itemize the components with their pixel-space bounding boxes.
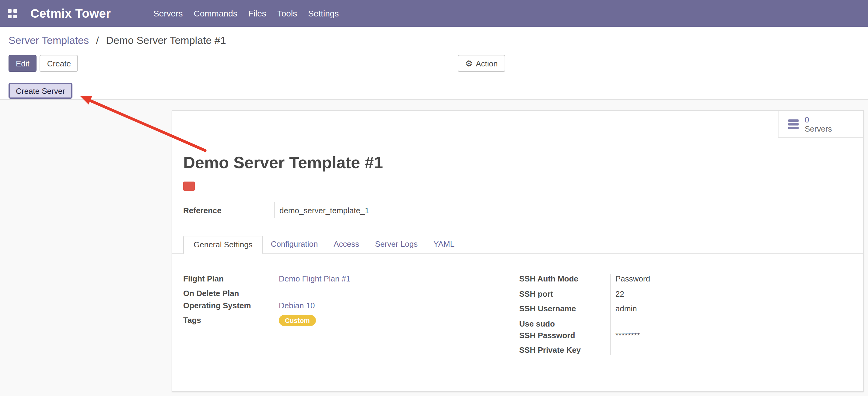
menu-settings[interactable]: Settings bbox=[303, 8, 344, 18]
ssh-username-value: admin bbox=[610, 304, 637, 313]
field-flight-plan: Flight Plan Demo Flight Plan #1 bbox=[183, 274, 445, 289]
gear-icon: ⚙ bbox=[465, 59, 473, 67]
reference-value: demo_server_template_1 bbox=[279, 206, 369, 215]
record-title: Demo Server Template #1 bbox=[183, 153, 383, 172]
field-group-left: Flight Plan Demo Flight Plan #1 On Delet… bbox=[183, 274, 445, 330]
breadcrumb: Server Templates / Demo Server Template … bbox=[8, 35, 226, 47]
form-sheet: 0 Servers Demo Server Template #1 Refere… bbox=[172, 110, 864, 392]
operating-system-value-link[interactable]: Debian 10 bbox=[279, 301, 315, 310]
template-color-swatch[interactable] bbox=[183, 181, 195, 191]
field-ssh-private-key: SSH Private Key bbox=[519, 345, 775, 360]
screen: Cetmix Tower Servers Commands Files Tool… bbox=[0, 0, 868, 396]
stat-text: 0 Servers bbox=[805, 115, 832, 133]
field-on-delete-plan: On Delete Plan bbox=[183, 289, 445, 301]
menu-tools[interactable]: Tools bbox=[272, 8, 303, 18]
tab-server-logs[interactable]: Server Logs bbox=[367, 235, 426, 253]
ssh-password-label: SSH Password bbox=[519, 331, 610, 340]
create-server-button[interactable]: Create Server bbox=[8, 83, 72, 99]
ssh-username-label: SSH Username bbox=[519, 304, 610, 313]
apps-grid-icon[interactable] bbox=[8, 9, 17, 18]
notebook-tabs: General Settings Configuration Access Se… bbox=[172, 236, 863, 254]
main-menu: Servers Commands Files Tools Settings bbox=[148, 0, 344, 27]
field-ssh-username: SSH Username admin bbox=[519, 304, 775, 319]
field-operating-system: Operating System Debian 10 bbox=[183, 301, 445, 316]
field-ssh-auth-mode: SSH Auth Mode Password bbox=[519, 274, 775, 289]
breadcrumb-link-server-templates[interactable]: Server Templates bbox=[8, 35, 89, 46]
content-area: 0 Servers Demo Server Template #1 Refere… bbox=[0, 99, 868, 396]
servers-count: 0 bbox=[805, 115, 832, 124]
reference-label: Reference bbox=[183, 206, 274, 215]
top-navbar: Cetmix Tower Servers Commands Files Tool… bbox=[0, 0, 868, 27]
ssh-password-value: ******** bbox=[610, 331, 640, 340]
on-delete-plan-label: On Delete Plan bbox=[183, 289, 279, 298]
ssh-port-label: SSH port bbox=[519, 289, 610, 299]
reference-row: Reference demo_server_template_1 bbox=[183, 202, 369, 218]
tab-general-settings[interactable]: General Settings bbox=[183, 236, 263, 254]
menu-commands[interactable]: Commands bbox=[188, 8, 243, 18]
tab-access[interactable]: Access bbox=[326, 235, 367, 253]
ssh-port-value: 22 bbox=[610, 289, 624, 299]
ssh-auth-mode-label: SSH Auth Mode bbox=[519, 274, 610, 283]
operating-system-label: Operating System bbox=[183, 301, 279, 310]
app-brand[interactable]: Cetmix Tower bbox=[30, 6, 111, 21]
tags-value: Custom bbox=[279, 316, 316, 326]
flight-plan-value-link[interactable]: Demo Flight Plan #1 bbox=[279, 274, 351, 283]
menu-files[interactable]: Files bbox=[243, 8, 272, 18]
create-button[interactable]: Create bbox=[40, 55, 78, 72]
breadcrumb-separator: / bbox=[96, 35, 99, 46]
tag-custom[interactable]: Custom bbox=[279, 315, 316, 326]
server-stack-icon bbox=[788, 119, 799, 129]
edit-button[interactable]: Edit bbox=[8, 55, 37, 72]
breadcrumb-current: Demo Server Template #1 bbox=[106, 35, 226, 46]
use-sudo-label: Use sudo bbox=[519, 319, 610, 329]
field-tags: Tags Custom bbox=[183, 316, 445, 330]
tab-yaml[interactable]: YAML bbox=[426, 235, 462, 253]
flight-plan-label: Flight Plan bbox=[183, 274, 279, 283]
servers-count-label: Servers bbox=[805, 124, 832, 133]
servers-stat-button[interactable]: 0 Servers bbox=[778, 111, 863, 138]
ssh-auth-mode-value: Password bbox=[610, 274, 650, 283]
action-button[interactable]: ⚙ Action bbox=[458, 55, 505, 72]
menu-servers[interactable]: Servers bbox=[148, 8, 188, 18]
control-panel-buttons: Edit Create bbox=[8, 55, 78, 72]
field-group-right: SSH Auth Mode Password SSH port 22 SSH U… bbox=[519, 274, 775, 360]
field-use-sudo: Use sudo bbox=[519, 319, 775, 331]
field-ssh-password: SSH Password ******** bbox=[519, 331, 775, 345]
tags-label: Tags bbox=[183, 316, 279, 325]
field-ssh-port: SSH port 22 bbox=[519, 289, 775, 304]
reference-separator bbox=[274, 202, 275, 218]
ssh-private-key-label: SSH Private Key bbox=[519, 345, 610, 355]
action-button-label: Action bbox=[476, 59, 498, 68]
tab-configuration[interactable]: Configuration bbox=[263, 235, 326, 253]
